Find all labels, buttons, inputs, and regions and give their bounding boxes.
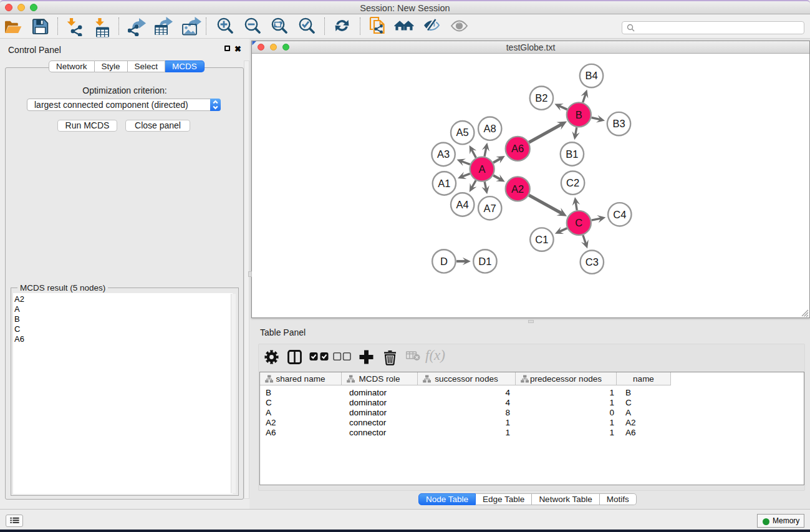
svg-text:D: D [440, 256, 448, 267]
svg-text:C2: C2 [566, 177, 579, 188]
svg-text:A4: A4 [456, 199, 469, 210]
svg-text:A5: A5 [456, 127, 469, 138]
svg-text:C4: C4 [613, 209, 626, 220]
svg-text:A2: A2 [511, 183, 524, 195]
svg-text:C: C [575, 217, 582, 228]
svg-text:A8: A8 [484, 123, 496, 134]
svg-text:B4: B4 [585, 70, 597, 81]
svg-text:D1: D1 [478, 256, 491, 267]
svg-text:B2: B2 [535, 92, 547, 104]
svg-text:A3: A3 [437, 148, 450, 160]
svg-text:A6: A6 [511, 143, 524, 154]
svg-text:B1: B1 [566, 148, 578, 160]
svg-text:C1: C1 [535, 234, 548, 245]
svg-text:C3: C3 [586, 256, 599, 268]
svg-text:B: B [576, 109, 582, 120]
svg-text:B3: B3 [612, 118, 625, 129]
svg-text:A1: A1 [438, 178, 450, 189]
svg-text:A: A [479, 163, 486, 175]
svg-text:A7: A7 [484, 203, 496, 214]
